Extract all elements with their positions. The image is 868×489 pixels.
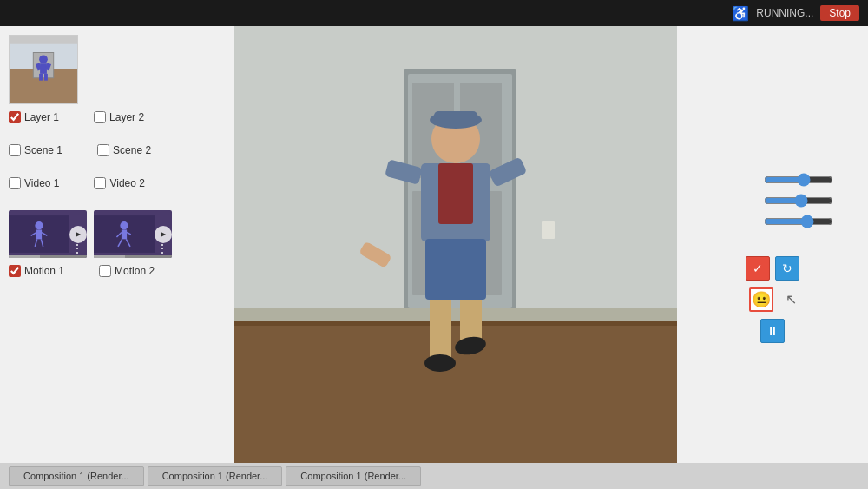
running-text: RUNNING... xyxy=(756,7,813,19)
left-panel: Layer 1 Layer 2 Scene 1 Scene 2 Video 1 … xyxy=(0,26,234,489)
svg-rect-38 xyxy=(434,111,477,123)
layer2-checkbox[interactable] xyxy=(94,111,106,123)
icon-row-3: ⏸ xyxy=(760,319,785,343)
scene-row: Scene 1 Scene 2 xyxy=(9,144,226,160)
play-button-1[interactable]: ▶ xyxy=(69,226,87,243)
svg-point-47 xyxy=(424,354,456,372)
svg-rect-19 xyxy=(122,229,127,239)
svg-rect-8 xyxy=(39,74,43,81)
svg-point-11 xyxy=(35,221,43,229)
scene1-checkbox-row: Scene 1 xyxy=(9,144,62,156)
svg-rect-9 xyxy=(44,74,48,81)
video1-checkbox-row: Video 1 xyxy=(9,177,59,189)
video-thumb-2: ▶ ⋮ xyxy=(94,210,172,258)
right-panel: ✓ ↻ 😐 ↖ ⏸ xyxy=(677,26,868,489)
motion-row: Motion 1 Motion 2 xyxy=(9,265,226,281)
video2-checkbox-row: Video 2 xyxy=(94,177,144,189)
video1-label: Video 1 xyxy=(24,177,59,189)
cursor-icon: ↖ xyxy=(786,291,797,307)
scene1-label: Scene 1 xyxy=(24,144,62,156)
more-button-2[interactable]: ⋮ xyxy=(156,242,168,254)
video2-checkbox[interactable] xyxy=(94,177,106,189)
motion2-checkbox[interactable] xyxy=(99,265,111,277)
svg-rect-40 xyxy=(438,163,473,224)
more-button-1[interactable]: ⋮ xyxy=(71,242,83,254)
scene2-checkbox-row: Scene 2 xyxy=(97,144,151,156)
face-icon-button[interactable]: 😐 xyxy=(749,287,773,312)
motion2-checkbox-row: Motion 2 xyxy=(99,265,155,277)
slider-1[interactable] xyxy=(764,173,833,187)
layer1-label: Layer 1 xyxy=(24,111,59,123)
slider-row-3 xyxy=(686,215,859,228)
scene1-checkbox[interactable] xyxy=(9,144,21,156)
checkbox-icon-button[interactable]: ✓ xyxy=(746,256,770,281)
layer1-checkbox-row: Layer 1 xyxy=(9,111,59,123)
svg-rect-46 xyxy=(460,300,482,343)
bottom-tab-3[interactable]: Composition 1 (Render... xyxy=(286,466,421,486)
layer2-checkbox-row: Layer 2 xyxy=(94,111,144,123)
video-row: Video 1 Video 2 xyxy=(9,177,226,193)
video-thumb-1: ▶ ⋮ xyxy=(9,210,87,258)
video2-label: Video 2 xyxy=(109,177,144,189)
main-video xyxy=(234,26,677,463)
video1-checkbox[interactable] xyxy=(9,177,21,189)
motion2-label: Motion 2 xyxy=(115,265,155,277)
svg-rect-26 xyxy=(234,321,677,326)
refresh-icon-button[interactable]: ↻ xyxy=(775,256,799,281)
play-button-2[interactable]: ▶ xyxy=(155,226,172,243)
icon-row-1: ✓ ↻ xyxy=(746,256,799,281)
stop-button[interactable]: Stop xyxy=(820,5,859,21)
motion1-label: Motion 1 xyxy=(24,265,64,277)
layer-thumbnail xyxy=(9,35,78,104)
slider-row-1 xyxy=(686,173,859,187)
bottom-tab-2[interactable]: Composition 1 (Render... xyxy=(148,466,283,486)
svg-point-4 xyxy=(39,55,48,63)
pause-icon-button[interactable]: ⏸ xyxy=(760,319,785,343)
scene2-checkbox[interactable] xyxy=(97,144,109,156)
slider-row-2 xyxy=(686,194,859,208)
layer1-checkbox[interactable] xyxy=(9,111,21,123)
svg-rect-25 xyxy=(234,321,677,463)
svg-point-18 xyxy=(120,221,128,229)
motion1-checkbox-row: Motion 1 xyxy=(9,265,64,277)
video-background xyxy=(234,26,677,463)
icon-row-2: 😐 ↖ xyxy=(749,287,797,312)
svg-rect-45 xyxy=(430,300,451,360)
bottom-tab-1[interactable]: Composition 1 (Render... xyxy=(9,466,144,486)
slider-3[interactable] xyxy=(764,215,833,228)
video-thumbs: ▶ ⋮ ▶ ⋮ xyxy=(9,210,226,258)
svg-rect-44 xyxy=(425,239,486,300)
svg-rect-34 xyxy=(234,308,677,321)
running-icon: ♿ xyxy=(732,5,749,22)
layer-row: Layer 1 Layer 2 xyxy=(9,111,226,127)
svg-rect-12 xyxy=(36,229,42,239)
motion1-checkbox[interactable] xyxy=(9,265,21,277)
top-bar: ♿ RUNNING... Stop xyxy=(0,0,868,26)
slider-2[interactable] xyxy=(764,194,833,208)
layer2-label: Layer 2 xyxy=(109,111,144,123)
bottom-bar: Composition 1 (Render... Composition 1 (… xyxy=(0,463,868,489)
scene2-label: Scene 2 xyxy=(113,144,151,156)
svg-rect-35 xyxy=(542,221,555,239)
